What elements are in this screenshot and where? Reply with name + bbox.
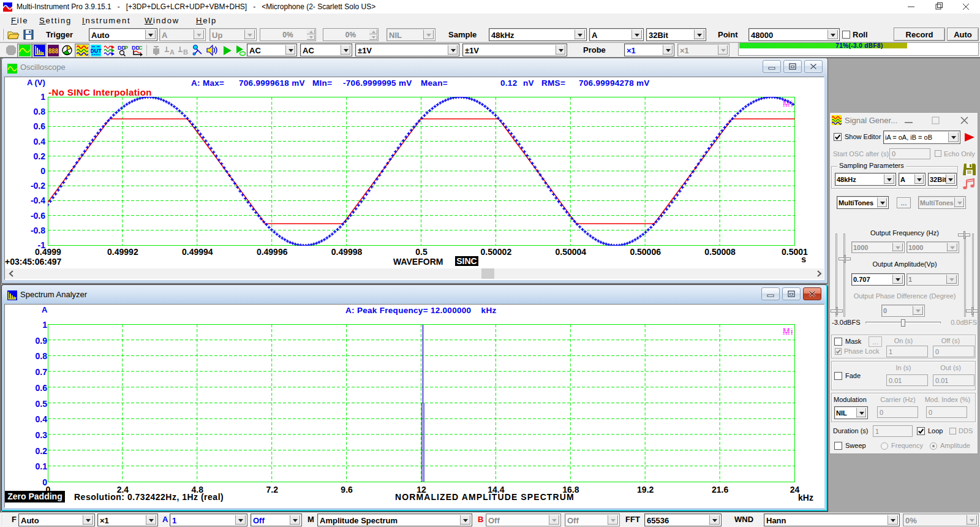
svg-text:P: P [124, 45, 128, 51]
svg-text:C: C [138, 45, 143, 51]
svg-text:B: B [183, 48, 188, 56]
svg-text:DUT: DUT [91, 48, 102, 54]
svg-text:A: A [170, 48, 175, 56]
svg-text:888: 888 [48, 47, 58, 55]
